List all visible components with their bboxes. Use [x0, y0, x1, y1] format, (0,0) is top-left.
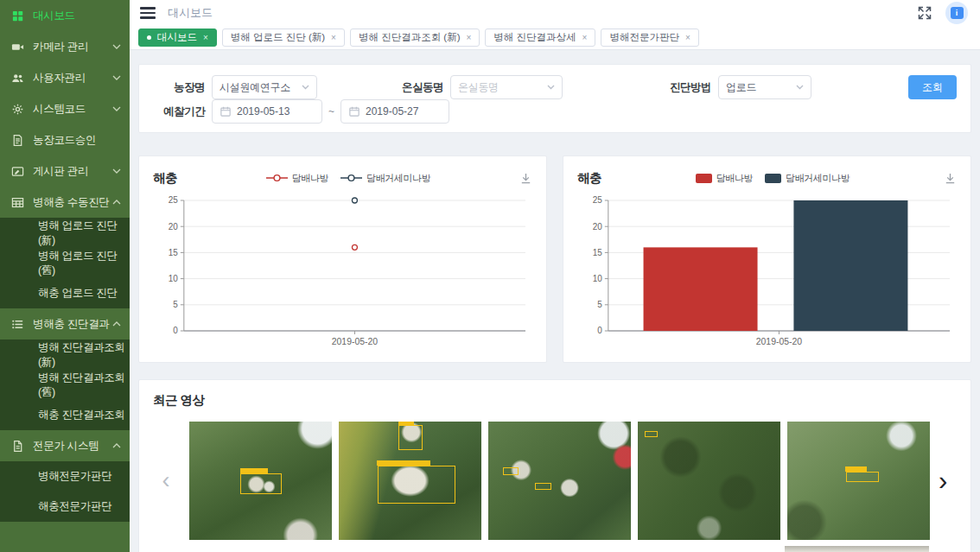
chart-legend: 담배나방담배거세미나방 — [601, 172, 944, 185]
date-from-input[interactable]: 2019-05-13 — [212, 99, 322, 124]
date-range-tilde: ~ — [328, 105, 334, 117]
sidebar: 대시보드카메라 관리사용자관리시스템코드농장코드승인게시판 관리병해충 수동진단… — [0, 0, 130, 552]
tab[interactable]: 병해 진단결과조회 (新)× — [350, 29, 480, 47]
tab[interactable]: 병해전문가판단× — [601, 29, 698, 47]
svg-text:20: 20 — [593, 222, 603, 232]
calendar-icon — [220, 106, 231, 117]
greenhouse-select-placeholder: 온실동명 — [458, 80, 547, 95]
sidebar-item-label: 농장코드승인 — [33, 133, 121, 148]
svg-text:25: 25 — [593, 195, 603, 205]
chevron-down-icon — [547, 85, 555, 90]
sidebar-subitem[interactable]: 병해 업로드 진단 (新) — [0, 218, 130, 248]
detection-annotation-box — [645, 431, 658, 437]
tab-close-icon[interactable]: × — [331, 33, 336, 42]
greenhouse-label: 온실동명 — [391, 80, 443, 95]
filter-panel: 농장명 시설원예연구소 온실동명 온실동명 진단방법 업로드 — [138, 64, 971, 133]
sidebar-subitem[interactable]: 병해전문가판단 — [0, 461, 130, 492]
bar-chart-plot: 05101520252019-05-20 — [577, 194, 957, 352]
svg-text:0: 0 — [597, 326, 602, 335]
chart-title: 해충 — [577, 170, 601, 187]
sidebar-item[interactable]: 게시판 관리 — [0, 155, 130, 187]
tab-close-icon[interactable]: × — [582, 33, 588, 42]
tab-close-icon[interactable]: × — [467, 33, 472, 42]
sidebar-item-label: 카메라 관리 — [33, 40, 112, 54]
sidebar-item[interactable]: 병해충 진단결과 — [0, 308, 130, 339]
gear-icon — [11, 102, 25, 116]
svg-text:15: 15 — [593, 248, 603, 257]
chevron-down-icon — [112, 75, 121, 80]
sidebar-item-label: 시스템코드 — [33, 102, 112, 117]
download-icon[interactable] — [944, 172, 957, 185]
info-badge-icon[interactable]: i — [945, 2, 968, 24]
detection-annotation-box — [503, 467, 519, 474]
method-select[interactable]: 업로드 — [718, 75, 811, 99]
sidebar-subitem[interactable]: 해충전문가판단 — [0, 492, 130, 522]
legend-label: 담배거세미나방 — [786, 172, 850, 185]
sidebar-subitem[interactable]: 해충 진단결과조회 — [0, 400, 130, 430]
hamburger-menu-icon[interactable] — [140, 7, 156, 19]
search-button[interactable]: 조회 — [908, 75, 957, 99]
foliage-photo-4[interactable] — [638, 422, 780, 540]
sidebar-item[interactable]: 사용자관리 — [0, 62, 130, 93]
chart-legend: 담배나방담배거세미나방 — [177, 172, 519, 185]
leaf-photo-spots-3[interactable] — [488, 422, 631, 540]
detection-annotation-box — [398, 425, 423, 450]
detection-annotation-box — [535, 483, 550, 490]
chevron-up-icon — [112, 443, 121, 448]
svg-text:10: 10 — [169, 274, 179, 283]
leaf-photo-5[interactable] — [787, 422, 930, 540]
sidebar-item[interactable]: 농장코드승인 — [0, 124, 130, 155]
tab-close-icon[interactable]: × — [685, 33, 690, 42]
chevron-up-icon — [112, 200, 121, 205]
sidebar-subitem[interactable]: 병해 진단결과조회 (舊) — [0, 370, 130, 400]
carousel-prev-button[interactable]: ‹ — [155, 469, 177, 492]
users-icon — [11, 71, 25, 85]
legend-item[interactable]: 담배나방 — [266, 172, 328, 185]
date-to-value: 2019-05-27 — [366, 105, 418, 117]
svg-text:0: 0 — [173, 326, 178, 335]
svg-text:15: 15 — [169, 248, 179, 257]
download-icon[interactable] — [519, 172, 532, 185]
method-label: 진단방법 — [659, 80, 711, 95]
legend-label: 담배나방 — [716, 172, 753, 185]
sidebar-item-label: 게시판 관리 — [33, 164, 112, 179]
detection-annotation-box — [846, 472, 879, 482]
fullscreen-icon[interactable] — [918, 6, 932, 20]
sidebar-item[interactable]: 병해충 수동진단 — [0, 187, 130, 218]
leaf-photo-mildew-2[interactable] — [339, 422, 481, 540]
app-window: 대시보드카메라 관리사용자관리시스템코드농장코드승인게시판 관리병해충 수동진단… — [0, 0, 980, 552]
farm-select[interactable]: 시설원예연구소 — [212, 75, 317, 99]
document-icon — [11, 133, 25, 147]
legend-item[interactable]: 담배거세미나방 — [340, 172, 430, 185]
svg-text:5: 5 — [597, 300, 602, 309]
content: 농장명 시설원예연구소 온실동명 온실동명 진단방법 업로드 — [130, 50, 980, 552]
sidebar-item-label: 병해충 수동진단 — [33, 195, 112, 210]
sidebar-subitem[interactable]: 해충 업로드 진단 — [0, 278, 130, 308]
chevron-up-icon — [112, 321, 121, 327]
pest-line-chart-card: 해충 담배나방담배거세미나방 05101520252019-05-20 — [138, 155, 547, 363]
sidebar-subitem[interactable]: 병해 진단결과조회 (新) — [0, 339, 130, 370]
date-to-input[interactable]: 2019-05-27 — [340, 99, 449, 124]
sidebar-item-label: 병해충 진단결과 — [33, 317, 112, 332]
sidebar-item[interactable]: 대시보드 — [0, 0, 130, 31]
tab[interactable]: 병해 진단결과상세× — [485, 29, 595, 47]
sidebar-subitem[interactable]: 병해 업로드 진단 (舊) — [0, 248, 130, 278]
leaf-photo-mildew-1[interactable] — [189, 422, 332, 540]
sidebar-item-label: 대시보드 — [33, 9, 121, 23]
greenhouse-select[interactable]: 온실동명 — [450, 75, 563, 99]
chevron-down-icon — [796, 85, 804, 90]
sidebar-item[interactable]: 전문가 시스템 — [0, 430, 130, 461]
tab-active[interactable]: 대시보드× — [138, 29, 217, 47]
legend-item[interactable]: 담배거세미나방 — [765, 172, 850, 185]
calendar-icon — [349, 106, 360, 117]
sidebar-item-label: 전문가 시스템 — [33, 439, 112, 454]
legend-item[interactable]: 담배나방 — [696, 172, 753, 185]
carousel-images — [189, 422, 930, 540]
page-title: 대시보드 — [168, 5, 213, 21]
sidebar-item[interactable]: 시스템코드 — [0, 93, 130, 124]
tab-close-icon[interactable]: × — [203, 33, 208, 42]
detection-annotation-box — [378, 466, 456, 504]
carousel-next-button[interactable]: › — [939, 467, 947, 494]
tab[interactable]: 병해 업로드 진단 (新)× — [222, 29, 345, 47]
sidebar-item[interactable]: 카메라 관리 — [0, 31, 130, 62]
